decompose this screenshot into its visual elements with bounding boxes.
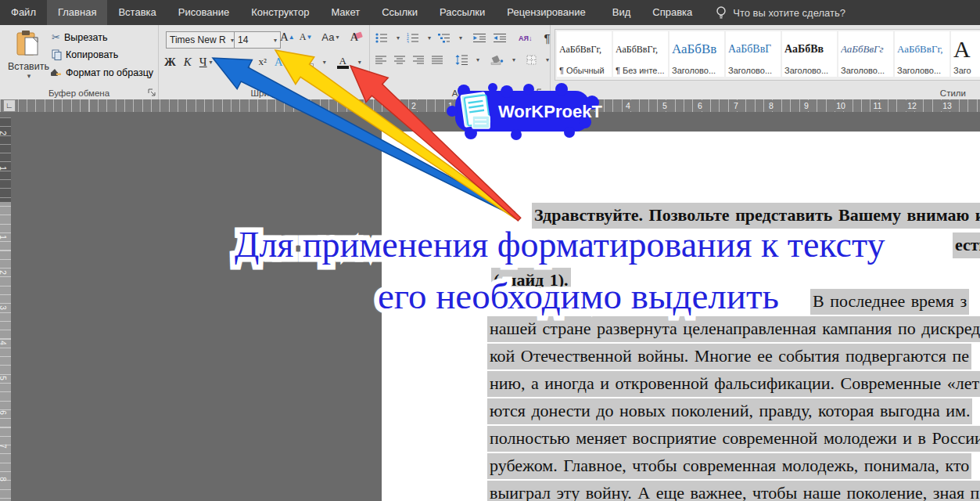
multilevel-list-button[interactable]	[438, 33, 451, 43]
style-card-heading3[interactable]: АаБбВвЗаголово...	[782, 31, 837, 77]
paragraph-group: ▾ 123 ▾ ▾ АЯ↓ ¶	[369, 25, 551, 99]
ruler-mark: 3	[0, 305, 7, 310]
align-center-button[interactable]	[394, 56, 406, 65]
ruler-mark: 2	[409, 100, 418, 111]
justify-button[interactable]	[432, 56, 443, 65]
clipboard-dialog-launcher-icon[interactable]	[147, 88, 156, 97]
shrink-font-arrow-icon: ▼	[306, 34, 312, 41]
vertical-ruler[interactable]: 2 1 1 2 3 4 5 6 7 8	[0, 117, 11, 501]
style-card-normal[interactable]: АаБбВвГг,¶ Обычный	[557, 31, 612, 77]
superscript-button[interactable]: x²	[258, 56, 266, 68]
font-size-combo[interactable]: 14 ▾	[234, 31, 281, 49]
copy-icon	[52, 49, 62, 60]
doc-body-line: В последнее время з	[810, 291, 969, 312]
style-card-heading2[interactable]: АаБбВвГЗаголово...	[726, 31, 781, 77]
font-family-combo[interactable]: Times New R ▾	[166, 31, 238, 49]
doc-body-line: нашей стране развернута целенаправленная…	[487, 319, 980, 339]
tab-stop-selector[interactable]: ∟	[3, 99, 16, 112]
tab-help[interactable]: Справка	[641, 0, 703, 25]
style-card-heading5[interactable]: АаБбВвГг,Заголово...	[895, 31, 949, 77]
tab-layout[interactable]: Макет	[320, 0, 371, 25]
ruler-mark: 1	[0, 235, 7, 240]
underline-button[interactable]: Ч	[199, 56, 207, 69]
tab-design[interactable]: Конструктор	[240, 0, 320, 25]
underline-dropdown-arrow[interactable]: ▾	[210, 59, 213, 66]
font-group-label: Шриф	[158, 88, 369, 98]
borders-button[interactable]	[526, 55, 537, 65]
italic-button[interactable]: К	[184, 56, 192, 69]
text-effects-dropdown-arrow[interactable]: ▾	[285, 59, 289, 66]
horizontal-ruler[interactable]: 2 1 3 4 5 6 7 8 9 10 11 12 13	[0, 99, 980, 112]
clipboard-group-label: Буфер обмена	[0, 88, 158, 98]
tab-view[interactable]: Вид	[601, 0, 642, 25]
cut-button[interactable]: ✂ Вырезать	[52, 31, 108, 43]
shading-dropdown-arrow[interactable]: ▾	[512, 56, 515, 63]
change-case-button[interactable]: Аа▾	[321, 31, 339, 43]
highlight-dropdown-arrow[interactable]: ▾	[323, 59, 326, 66]
ribbon-tab-strip: Файл Главная Вставка Рисование Конструкт…	[0, 0, 980, 25]
copy-button[interactable]: Копировать	[52, 49, 118, 60]
doc-body-line: рубежом. Главное, чтобы современная моло…	[487, 456, 971, 476]
tab-review[interactable]: Рецензирование	[496, 0, 596, 25]
ruler-mark: 12	[905, 100, 919, 111]
font-size-value: 14	[238, 34, 248, 45]
format-painter-button[interactable]: Формат по образцу	[50, 67, 153, 78]
text-effects-button[interactable]: А	[275, 56, 283, 69]
ruler-mark: 13	[940, 100, 954, 111]
tab-references[interactable]: Ссылки	[371, 0, 429, 25]
paragraph-dialog-launcher-icon[interactable]	[536, 88, 545, 97]
bullet-list-button[interactable]	[375, 33, 388, 43]
bold-button[interactable]: Ж	[164, 56, 176, 69]
shrink-font-button[interactable]: А▼	[300, 31, 313, 43]
grow-font-button[interactable]: А▲	[280, 31, 295, 44]
ruler-mark: 7	[0, 444, 7, 449]
paste-button[interactable]: Вставить ▾	[8, 30, 48, 80]
copy-label: Копировать	[66, 49, 118, 60]
tab-file[interactable]: Файл	[0, 0, 47, 25]
increase-indent-button[interactable]	[494, 33, 507, 43]
numbered-list-button[interactable]: 123	[407, 33, 419, 43]
style-card-heading4[interactable]: АаБбВвГгЗаголово...	[838, 31, 893, 77]
bullet-list-dropdown-arrow[interactable]: ▾	[397, 34, 400, 41]
ruler-mark: 9	[802, 100, 811, 111]
subscript-button[interactable]: x₂	[242, 56, 250, 68]
sort-button[interactable]: АЯ↓	[519, 34, 532, 42]
ruler-mark: 2	[0, 131, 7, 135]
line-spacing-dropdown-arrow[interactable]: ▾	[476, 56, 479, 63]
numbered-list-dropdown-arrow[interactable]: ▾	[428, 34, 431, 41]
align-left-button[interactable]	[375, 56, 387, 65]
line-spacing-button[interactable]	[455, 55, 468, 65]
search-hint-text: Что вы хотите сделать?	[733, 7, 845, 19]
paste-clipboard-icon	[16, 30, 41, 58]
font-size-dropdown-arrow[interactable]: ▾	[274, 37, 277, 44]
borders-dropdown-arrow[interactable]: ▾	[546, 56, 549, 63]
tab-insert[interactable]: Вставка	[107, 0, 167, 25]
font-group: Times New R ▾ 14 ▾ А▲ А▼ Аа▾ А Ж К Ч ▾ a…	[158, 25, 370, 99]
tab-mailings[interactable]: Рассылки	[429, 0, 496, 25]
tell-me-search[interactable]: Что вы хотите сделать?	[716, 0, 845, 25]
font-color-dropdown-arrow[interactable]: ▾	[358, 59, 361, 66]
tab-home[interactable]: Главная	[47, 0, 107, 25]
doc-heading-line: Здравствуйте. Позвольте представить Ваше…	[532, 205, 980, 225]
format-painter-label: Формат по образцу	[66, 67, 153, 78]
tab-draw[interactable]: Рисование	[167, 0, 240, 25]
multilevel-list-dropdown-arrow[interactable]: ▾	[459, 34, 462, 41]
clear-formatting-button[interactable]: А	[350, 31, 358, 44]
align-right-button[interactable]	[413, 56, 425, 65]
style-card-heading1[interactable]: АаБбВвЗаголово...	[669, 31, 724, 77]
style-card-heading6[interactable]: АЗаго	[951, 31, 980, 77]
ruler-mark: 11	[871, 100, 885, 111]
decrease-indent-button[interactable]	[473, 33, 486, 43]
paste-label: Вставить	[8, 61, 48, 72]
highlight-color-button[interactable]: ab	[300, 56, 314, 68]
scissors-icon: ✂	[52, 31, 60, 43]
strikethrough-button[interactable]: abc	[221, 57, 235, 67]
font-color-button[interactable]: А	[337, 55, 349, 69]
paste-dropdown-arrow[interactable]: ▾	[9, 72, 48, 80]
ribbon: Вставить ▾ ✂ Вырезать Копировать Формат …	[0, 25, 980, 100]
shading-button[interactable]	[490, 55, 504, 65]
format-painter-icon	[50, 67, 62, 78]
ruler-mark: 1	[0, 166, 7, 171]
style-card-no-spacing[interactable]: АаБбВвГг,¶ Без инте...	[613, 31, 668, 77]
styles-group: АаБбВвГг,¶ Обычный АаБбВвГг,¶ Без инте..…	[550, 25, 980, 99]
